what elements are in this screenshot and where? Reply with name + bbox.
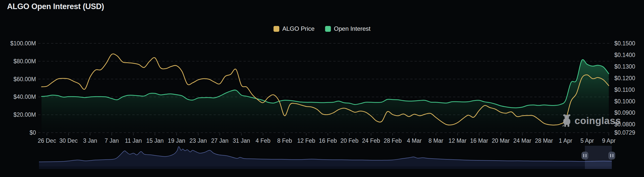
svg-text:24 Mar: 24 Mar — [513, 137, 532, 144]
svg-text:4 Feb: 4 Feb — [256, 137, 270, 144]
svg-text:$0.0900: $0.0900 — [614, 109, 635, 116]
svg-text:$0.1000: $0.1000 — [614, 98, 635, 105]
svg-text:15 Jan: 15 Jan — [146, 137, 164, 144]
svg-text:3 Jan: 3 Jan — [83, 137, 97, 144]
navigator-area — [39, 146, 612, 166]
svg-text:20 Feb: 20 Feb — [340, 137, 358, 144]
svg-text:20 Mar: 20 Mar — [492, 137, 510, 144]
svg-text:$0.1200: $0.1200 — [614, 75, 635, 81]
svg-text:7 Jan: 7 Jan — [105, 137, 119, 144]
svg-text:30 Dec: 30 Dec — [59, 137, 78, 144]
svg-text:23 Jan: 23 Jan — [189, 137, 207, 144]
svg-text:19 Jan: 19 Jan — [168, 137, 185, 144]
svg-text:$80.00M: $80.00M — [13, 58, 36, 65]
navigator-handle-left[interactable] — [582, 152, 588, 159]
svg-text:1 Apr: 1 Apr — [559, 137, 572, 144]
svg-text:$40.00M: $40.00M — [13, 94, 36, 100]
navigator-selection[interactable] — [585, 146, 612, 169]
svg-text:11 Jan: 11 Jan — [125, 137, 142, 144]
svg-text:$0.1100: $0.1100 — [614, 86, 635, 93]
svg-text:16 Feb: 16 Feb — [319, 137, 337, 144]
navigator-track[interactable] — [39, 166, 612, 169]
x-axis-labels: 26 Dec30 Dec3 Jan7 Jan11 Jan15 Jan19 Jan… — [38, 133, 616, 144]
svg-text:$20.00M: $20.00M — [13, 111, 36, 118]
svg-text:$100.00M: $100.00M — [10, 40, 36, 47]
svg-text:16 Mar: 16 Mar — [470, 137, 488, 144]
svg-text:$60.00M: $60.00M — [13, 76, 36, 82]
right-axis-labels: $0.1500$0.1400$0.1300$0.1200$0.1100$0.10… — [614, 40, 635, 136]
svg-text:8 Feb: 8 Feb — [277, 137, 292, 144]
svg-text:$0: $0 — [29, 129, 36, 136]
open-interest-area — [42, 60, 609, 133]
svg-text:9 Apr: 9 Apr — [602, 137, 616, 144]
svg-text:26 Dec: 26 Dec — [38, 137, 56, 144]
svg-text:$0.1500: $0.1500 — [614, 40, 635, 47]
svg-text:28 Mar: 28 Mar — [535, 137, 553, 144]
svg-text:5 Apr: 5 Apr — [580, 137, 594, 144]
navigator-handle-right[interactable] — [609, 152, 615, 159]
svg-text:$0.0729: $0.0729 — [614, 129, 635, 136]
svg-text:28 Feb: 28 Feb — [384, 137, 402, 144]
svg-text:$0.0800: $0.0800 — [614, 121, 635, 128]
chart-canvas[interactable]: $0$20.00M$40.00M$60.00M$80.00M$100.00M$0… — [0, 0, 644, 177]
svg-text:4 Mar: 4 Mar — [407, 137, 422, 144]
svg-text:27 Jan: 27 Jan — [211, 137, 228, 144]
svg-text:$0.1400: $0.1400 — [614, 52, 635, 58]
svg-text:31 Jan: 31 Jan — [233, 137, 250, 144]
svg-text:8 Mar: 8 Mar — [428, 137, 443, 144]
svg-text:12 Feb: 12 Feb — [297, 137, 315, 144]
svg-text:$0.1300: $0.1300 — [614, 63, 635, 70]
coinglass-open-interest-page: ALGO Open Interest (USD) ALGO Price Open… — [0, 0, 644, 177]
left-axis-labels: $0$20.00M$40.00M$60.00M$80.00M$100.00M — [10, 40, 36, 136]
svg-text:24 Feb: 24 Feb — [362, 137, 380, 144]
navigator[interactable] — [39, 146, 615, 169]
svg-text:12 Mar: 12 Mar — [449, 137, 467, 144]
